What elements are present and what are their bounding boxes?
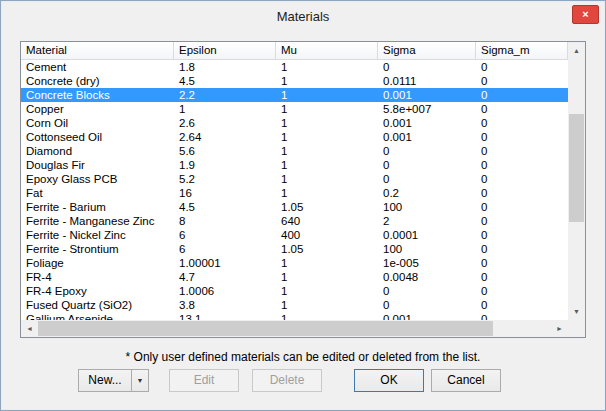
- cell: Ferrite - Nickel Zinc: [21, 228, 174, 242]
- cell: FR-4 Epoxy: [21, 284, 174, 298]
- column-header-mu[interactable]: Mu: [276, 42, 378, 60]
- cell: Concrete (dry): [21, 74, 174, 88]
- cell: 0: [476, 186, 568, 200]
- close-icon: ×: [582, 8, 588, 20]
- cell: 4.5: [174, 200, 276, 214]
- cell: 0.0048: [378, 270, 476, 284]
- cell: 1.05: [276, 200, 378, 214]
- cell: 5.2: [174, 172, 276, 186]
- cell: 100: [378, 242, 476, 256]
- cell: Ferrite - Manganese Zinc: [21, 214, 174, 228]
- ok-button[interactable]: OK: [354, 369, 424, 392]
- cell: 0.0001: [378, 228, 476, 242]
- cell: Epoxy Glass PCB: [21, 172, 174, 186]
- cell: 0.0111: [378, 74, 476, 88]
- column-header-sigma-m[interactable]: Sigma_m: [476, 42, 568, 60]
- cell: 400: [276, 228, 378, 242]
- titlebar[interactable]: Materials ×: [1, 1, 605, 31]
- table-row[interactable]: Corn Oil2.610.0010: [21, 116, 568, 130]
- cell: 1: [174, 102, 276, 116]
- table-row[interactable]: Fused Quartz (SiO2)3.8100: [21, 298, 568, 312]
- new-button-label[interactable]: New...: [79, 370, 131, 391]
- cell: 0: [378, 284, 476, 298]
- cell: 1: [276, 270, 378, 284]
- cell: Ferrite - Barium: [21, 200, 174, 214]
- cancel-button[interactable]: Cancel: [431, 369, 501, 392]
- cell: 0: [476, 88, 568, 102]
- cell: 1: [276, 60, 378, 74]
- cell: 0: [476, 144, 568, 158]
- table-row[interactable]: Ferrite - Manganese Zinc864020: [21, 214, 568, 228]
- scroll-left-button[interactable]: ◄: [21, 320, 38, 337]
- table-body[interactable]: Cement1.8100Concrete (dry)4.510.01110Con…: [21, 60, 568, 321]
- cell: 0: [476, 228, 568, 242]
- close-button[interactable]: ×: [572, 5, 599, 24]
- cell: 4.5: [174, 74, 276, 88]
- cell: 0: [476, 158, 568, 172]
- cell: 0.001: [378, 130, 476, 144]
- table-row[interactable]: Ferrite - Nickel Zinc64000.00010: [21, 228, 568, 242]
- cell: 1: [276, 88, 378, 102]
- cell: 0: [378, 172, 476, 186]
- scroll-up-button[interactable]: ▲: [568, 42, 585, 59]
- column-header-sigma[interactable]: Sigma: [378, 42, 476, 60]
- vertical-scroll-thumb[interactable]: [569, 114, 584, 222]
- cell: 2: [378, 214, 476, 228]
- table-row[interactable]: Copper115.8e+0070: [21, 102, 568, 116]
- column-header-epsilon[interactable]: Epsilon: [174, 42, 276, 60]
- cell: 0.2: [378, 186, 476, 200]
- table-row[interactable]: Ferrite - Barium4.51.051000: [21, 200, 568, 214]
- table-row[interactable]: Ferrite - Strontium61.051000: [21, 242, 568, 256]
- cell: 1.8: [174, 60, 276, 74]
- cell: Concrete Blocks: [21, 88, 174, 102]
- cell: Fused Quartz (SiO2): [21, 298, 174, 312]
- cell: 0: [476, 130, 568, 144]
- cell: 640: [276, 214, 378, 228]
- table-row[interactable]: Concrete (dry)4.510.01110: [21, 74, 568, 88]
- new-dropdown-button[interactable]: ▼: [131, 370, 148, 391]
- cell: 1: [276, 158, 378, 172]
- cell: 2.6: [174, 116, 276, 130]
- table-row[interactable]: FR-44.710.00480: [21, 270, 568, 284]
- cell: Ferrite - Strontium: [21, 242, 174, 256]
- table-row[interactable]: Epoxy Glass PCB5.2100: [21, 172, 568, 186]
- scroll-up-icon: ▲: [573, 47, 580, 54]
- table-row[interactable]: Diamond5.6100: [21, 144, 568, 158]
- table-row[interactable]: Concrete Blocks2.210.0010: [21, 88, 568, 102]
- cell: 6: [174, 242, 276, 256]
- cell: Douglas Fir: [21, 158, 174, 172]
- cell: 3.8: [174, 298, 276, 312]
- horizontal-scroll-thumb[interactable]: [38, 321, 493, 336]
- footnote: * Only user defined materials can be edi…: [1, 350, 605, 364]
- table-row[interactable]: Douglas Fir1.9100: [21, 158, 568, 172]
- table-row[interactable]: Fat1610.20: [21, 186, 568, 200]
- table-row[interactable]: Cement1.8100: [21, 60, 568, 74]
- scroll-right-icon: ►: [556, 325, 563, 332]
- cell: 4.7: [174, 270, 276, 284]
- cell: 1.00001: [174, 256, 276, 270]
- cell: 1.05: [276, 242, 378, 256]
- cell: Diamond: [21, 144, 174, 158]
- cell: Foliage: [21, 256, 174, 270]
- cell: 0: [476, 256, 568, 270]
- scrollbar-corner: [568, 320, 585, 337]
- cell: 1: [276, 298, 378, 312]
- scroll-down-button[interactable]: ▼: [568, 303, 585, 320]
- column-header-material[interactable]: Material: [21, 42, 174, 60]
- cell: 0: [476, 60, 568, 74]
- cell: 1e-005: [378, 256, 476, 270]
- table-row[interactable]: Foliage1.0000111e-0050: [21, 256, 568, 270]
- cell: 0: [378, 158, 476, 172]
- cell: 0.001: [378, 88, 476, 102]
- cell: 0: [476, 102, 568, 116]
- cell: 6: [174, 228, 276, 242]
- cell: 0: [378, 144, 476, 158]
- table-row[interactable]: Cottonseed Oil2.6410.0010: [21, 130, 568, 144]
- cell: 0: [476, 298, 568, 312]
- table-row[interactable]: FR-4 Epoxy1.0006100: [21, 284, 568, 298]
- cell: 0: [476, 74, 568, 88]
- horizontal-scrollbar[interactable]: ◄ ►: [21, 320, 568, 337]
- scroll-right-button[interactable]: ►: [551, 320, 568, 337]
- new-button[interactable]: New... ▼: [78, 369, 149, 392]
- vertical-scrollbar[interactable]: ▲ ▼: [568, 42, 585, 320]
